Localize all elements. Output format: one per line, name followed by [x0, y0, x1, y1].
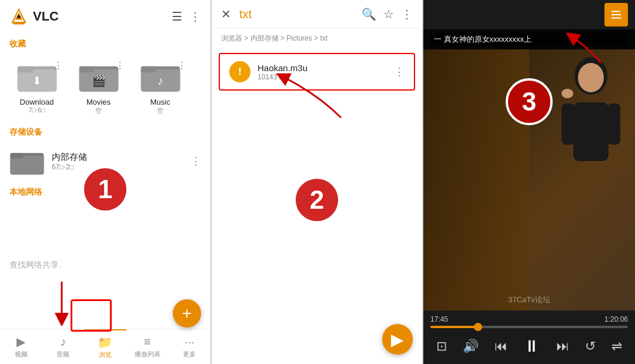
audio-nav-label: 音频 — [56, 350, 69, 359]
menu-list-icon — [610, 8, 623, 21]
arrow-3-icon — [560, 31, 607, 66]
step-3-annotation: 3 — [506, 78, 553, 125]
repeat-button[interactable]: ↺ — [583, 336, 598, 356]
svg-text:♪: ♪ — [158, 75, 163, 87]
svg-point-27 — [578, 63, 604, 92]
audio-nav-icon: ♪ — [60, 335, 66, 349]
player-panel: 一 真女神的原女xxxxxxxxx上 17:45 — [423, 0, 635, 364]
player-top-bar — [423, 0, 635, 29]
star-icon[interactable]: ☆ — [383, 7, 394, 21]
storage-name: 内部存储 — [52, 152, 183, 163]
breadcrumb-text: 浏览器 > 内部存储 > Pictures > txt — [221, 34, 327, 44]
playlist-nav-icon: ≡ — [144, 335, 151, 349]
more-nav-icon: ··· — [185, 335, 195, 349]
folder-music-label: Music — [151, 98, 171, 106]
folder-movies-label: Movies — [86, 98, 111, 106]
file-header: ✕ txt 🔍 ☆ ⋮ — [212, 0, 422, 29]
person-silhouette-icon — [556, 55, 626, 185]
search-icon[interactable]: 🔍 — [362, 7, 376, 21]
storage-info: 内部存储 67□·2□ — [52, 152, 183, 171]
storage-label: 存储设备 — [0, 121, 210, 141]
nav-more[interactable]: ··· 更多 — [168, 329, 210, 364]
subtitle-button[interactable]: ⊡ — [434, 336, 449, 356]
svg-rect-29 — [562, 103, 574, 145]
shuffle-button[interactable]: ⇌ — [609, 336, 624, 356]
total-time: 1:20:06 — [604, 315, 628, 323]
video-nav-label: 视频 — [15, 350, 28, 359]
folder-grid: ⬇ Download 7□·6□ ⋮ 🎬 Movies 空 ⋮ — [0, 53, 210, 121]
network-text-content: 查找网络共享. — [9, 260, 61, 271]
nav-video[interactable]: ▶ 视频 — [0, 329, 42, 364]
svg-rect-24 — [611, 18, 621, 19]
playlist-menu-button[interactable] — [604, 3, 628, 26]
step-1-annotation: 1 — [82, 166, 129, 213]
svg-rect-22 — [611, 11, 621, 12]
add-fab-button[interactable]: + — [173, 299, 201, 328]
close-icon[interactable]: ✕ — [221, 7, 231, 21]
folder-download[interactable]: ⬇ Download 7□·6□ ⋮ — [6, 55, 68, 115]
progress-track[interactable] — [430, 326, 628, 328]
folder-movies-icon: 🎬 — [78, 58, 119, 93]
svg-rect-25 — [620, 10, 622, 12]
svg-text:⬇: ⬇ — [32, 75, 42, 87]
more-options-icon[interactable]: ⋮ — [401, 7, 413, 21]
nav-audio[interactable]: ♪ 音频 — [42, 329, 85, 364]
play-fab-button[interactable]: ▶ — [382, 324, 413, 355]
play-pause-button[interactable]: ⏸ — [521, 334, 542, 358]
time-row: 17:45 1:20:06 — [430, 315, 628, 323]
breadcrumb: 浏览器 > 内部存储 > Pictures > txt — [212, 29, 422, 48]
folder-music[interactable]: ♪ Music 空 ⋮ — [129, 55, 191, 115]
player-controls: 17:45 1:20:06 ⊡ 🔊 ⏮ ⏸ ⏭ ↺ ⇌ — [423, 310, 635, 364]
vlc-panel: VLC ☰ ⋮ 收藏 ⬇ Download 7□·6□ ⋮ — [0, 0, 212, 364]
file-panel: ✕ txt 🔍 ☆ ⋮ 浏览器 > 内部存储 > Pictures > txt … — [212, 0, 423, 364]
svg-point-31 — [562, 89, 573, 98]
file-more-icon[interactable]: ⋮ — [394, 65, 405, 78]
folder-movies[interactable]: 🎬 Movies 空 ⋮ — [68, 55, 129, 115]
more-icon[interactable]: ⋮ — [189, 9, 201, 24]
browse-nav-icon: 📁 — [98, 335, 112, 349]
progress-bar-area: 17:45 1:20:06 — [423, 315, 635, 328]
svg-rect-1 — [13, 22, 24, 24]
browse-nav-label: 浏览 — [99, 350, 112, 359]
arrow-2-icon — [247, 65, 365, 123]
video-nav-icon: ▶ — [16, 335, 25, 349]
current-time: 17:45 — [430, 315, 448, 323]
control-buttons: ⊡ 🔊 ⏮ ⏸ ⏭ ↺ ⇌ — [423, 332, 635, 362]
prev-button[interactable]: ⏮ — [492, 336, 510, 356]
vlc-header-icons: ☰ ⋮ — [172, 9, 201, 24]
vlc-header: VLC ☰ ⋮ — [0, 0, 210, 33]
playlist-nav-label: 播放列表 — [135, 350, 161, 359]
folder-movies-more[interactable]: ⋮ — [115, 60, 125, 71]
file-browser-title: txt — [239, 8, 252, 21]
folder-music-sub: 空 — [157, 106, 163, 115]
folder-download-label: Download — [20, 98, 54, 106]
svg-text:🎬: 🎬 — [92, 74, 106, 88]
bottom-nav: ▶ 视频 ♪ 音频 📁 浏览 ≡ 播放列表 ··· 更多 — [0, 329, 210, 364]
file-header-left: ✕ txt — [221, 7, 252, 21]
nav-browse[interactable]: 📁 浏览 — [84, 329, 126, 364]
nav-playlist[interactable]: ≡ 播放列表 — [126, 329, 169, 364]
progress-fill — [430, 326, 476, 328]
vlc-title: VLC — [33, 9, 59, 24]
favorites-label: 收藏 — [0, 33, 210, 53]
vlc-logo-area: VLC — [9, 7, 59, 26]
grid-icon[interactable]: ☰ — [172, 9, 182, 24]
arrow-1-icon — [44, 279, 79, 326]
folder-download-sub: 7□·6□ — [28, 106, 45, 113]
svg-rect-11 — [79, 66, 94, 73]
storage-more[interactable]: ⋮ — [190, 155, 201, 168]
svg-rect-30 — [607, 103, 620, 145]
audio-button[interactable]: 🔊 — [460, 336, 481, 356]
folder-music-more[interactable]: ⋮ — [177, 60, 186, 71]
svg-rect-18 — [11, 156, 44, 175]
folder-music-icon: ♪ — [140, 58, 181, 93]
folder-download-more[interactable]: ⋮ — [54, 60, 63, 71]
more-nav-label: 更多 — [183, 350, 196, 359]
folder-movies-sub: 空 — [95, 106, 102, 115]
svg-rect-23 — [611, 14, 621, 15]
svg-rect-7 — [17, 66, 32, 73]
progress-thumb[interactable] — [474, 323, 482, 331]
folder-download-icon: ⬇ — [16, 58, 58, 93]
svg-rect-28 — [573, 102, 609, 161]
next-button[interactable]: ⏭ — [554, 336, 572, 356]
